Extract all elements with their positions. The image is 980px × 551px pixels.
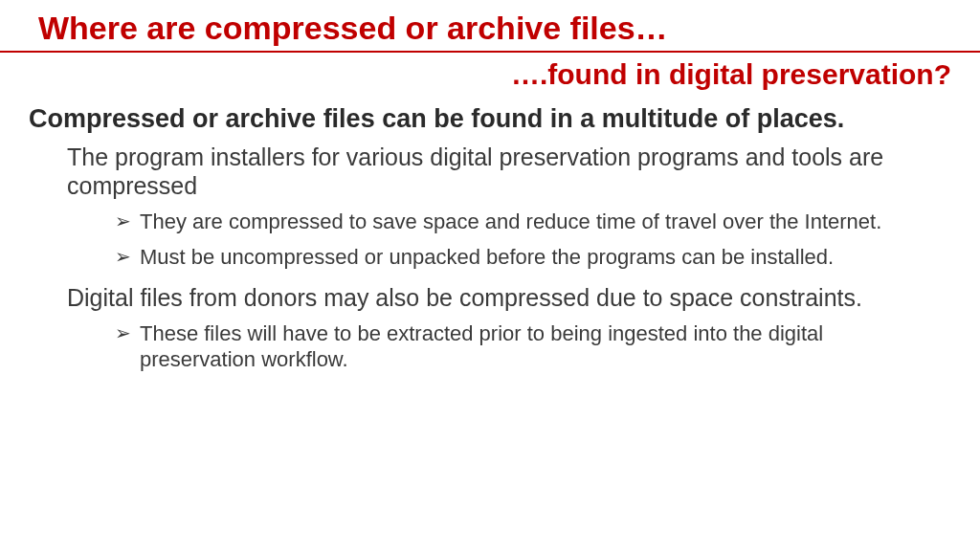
lead-text: Compressed or archive files can be found… <box>0 104 980 143</box>
list-item: ➢ They are compressed to save space and … <box>115 209 942 235</box>
bullet-text: They are compressed to save space and re… <box>140 209 881 233</box>
list-item: ➢ Must be uncompressed or unpacked befor… <box>115 245 942 271</box>
slide-title: Where are compressed or archive files… <box>0 10 980 51</box>
chevron-right-icon: ➢ <box>115 209 131 232</box>
slide: Where are compressed or archive files… …… <box>0 0 980 551</box>
bullet-text: Must be uncompressed or unpacked before … <box>140 245 834 269</box>
title-rule <box>0 51 980 53</box>
section-para: Digital files from donors may also be co… <box>67 284 942 313</box>
section-para: The program installers for various digit… <box>67 143 942 200</box>
bullet-text: These files will have to be extracted pr… <box>140 321 823 371</box>
list-item: ➢ These files will have to be extracted … <box>115 321 942 373</box>
chevron-right-icon: ➢ <box>115 245 131 268</box>
body-block: The program installers for various digit… <box>0 143 980 373</box>
chevron-right-icon: ➢ <box>115 321 131 344</box>
slide-subtitle: ….found in digital preservation? <box>0 58 980 104</box>
bullet-list: ➢ These files will have to be extracted … <box>67 321 942 373</box>
bullet-list: ➢ They are compressed to save space and … <box>67 209 942 271</box>
